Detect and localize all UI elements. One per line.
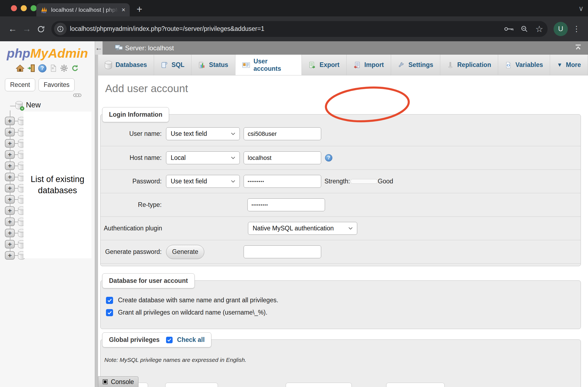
expand-plus-icon[interactable]: +	[5, 150, 15, 159]
url-text[interactable]: localhost/phpmyadmin/index.php?route=/se…	[70, 25, 497, 33]
navigation-sidebar: phpMyAdmin ?	[0, 41, 95, 387]
tab-settings[interactable]: Settings	[391, 55, 441, 75]
check-all-control: Check all	[166, 336, 205, 344]
create-database-checkbox[interactable]	[106, 297, 113, 304]
auth-plugin-select[interactable]: Native MySQL authentication	[248, 222, 357, 235]
reload-button[interactable]	[34, 25, 48, 33]
check-all-label[interactable]: Check all	[177, 336, 205, 344]
chevron-down-icon	[231, 133, 235, 135]
tab-variables[interactable]: Variables	[498, 55, 550, 75]
import-icon	[353, 61, 361, 69]
window-controls	[11, 5, 37, 11]
zoom-out-icon[interactable]	[521, 25, 528, 33]
tab-databases[interactable]: Databases	[98, 55, 154, 75]
bookmark-star-icon[interactable]: ☆	[535, 25, 543, 33]
tab-import[interactable]: Import	[347, 55, 391, 75]
generated-password-input[interactable]	[244, 245, 321, 258]
expand-plus-icon[interactable]: +	[5, 117, 15, 125]
browser-tabstrip: PMA localhost / localhost | phpMyA × + ∨	[0, 0, 588, 16]
tab-search-chevron-icon[interactable]: ∨	[578, 4, 584, 13]
global-privileges-fieldset: Global privileges Check all Note: MySQL …	[100, 339, 581, 387]
phpmyadmin-favicon: PMA	[41, 6, 48, 13]
expand-plus-icon[interactable]: +	[5, 195, 15, 204]
site-info-icon[interactable]	[54, 23, 67, 35]
breadcrumb: Server: localhost	[125, 44, 174, 52]
retype-row: Re-type:	[101, 193, 581, 217]
browser-toolbar: ← → localhost/phpmyadmin/index.php?route…	[0, 16, 588, 41]
expand-plus-icon[interactable]: +	[5, 251, 15, 260]
tab-replication[interactable]: Replication	[440, 55, 498, 75]
collapse-sidebar-button[interactable]: ←	[95, 41, 103, 55]
tab-export[interactable]: Export	[302, 55, 347, 75]
sql-icon	[161, 61, 168, 69]
grant-wildcard-checkbox[interactable]	[106, 309, 113, 316]
new-database-item[interactable]: + New	[16, 101, 41, 109]
server-breadcrumb-bar: Server: localhost	[103, 41, 588, 55]
browser-menu-icon[interactable]: ⋮	[573, 24, 580, 33]
user-name-row: User name: Use text field	[101, 115, 581, 146]
create-database-label[interactable]: Create database with same name and grant…	[118, 297, 278, 304]
retype-password-input[interactable]	[247, 198, 325, 211]
password-row: Password: Use text field Strength: Good	[101, 170, 581, 193]
chevron-down-icon	[231, 180, 235, 183]
address-bar[interactable]: localhost/phpmyadmin/index.php?route=/se…	[51, 21, 548, 37]
host-name-row: Host name: Local ?	[101, 146, 581, 170]
tab-sql[interactable]: SQL	[154, 55, 191, 75]
tree-row: +	[5, 251, 25, 260]
tree-row: +	[5, 218, 25, 226]
tree-row: +	[5, 184, 25, 192]
host-name-type-select[interactable]: Local	[166, 151, 240, 164]
generate-button[interactable]: Generate	[166, 245, 204, 259]
tab-more[interactable]: ▼ More	[550, 55, 588, 75]
console-button[interactable]: Console	[98, 376, 138, 387]
strength-value: Good	[378, 178, 393, 185]
tree-row: +	[5, 117, 25, 125]
retype-label: Re-type:	[104, 201, 162, 209]
expand-plus-icon[interactable]: +	[5, 240, 15, 248]
password-type-select[interactable]: Use text field	[166, 175, 240, 188]
server-icon	[115, 44, 123, 52]
expand-plus-icon[interactable]: +	[5, 128, 15, 136]
replication-icon	[447, 61, 454, 69]
host-help-icon[interactable]: ?	[325, 154, 332, 162]
check-all-checkbox[interactable]	[166, 337, 173, 343]
close-tab-icon[interactable]: ×	[122, 7, 125, 13]
new-tab-button[interactable]: +	[137, 4, 142, 15]
expand-plus-icon[interactable]: +	[5, 184, 15, 192]
close-window-button[interactable]	[11, 5, 17, 11]
minimize-window-button[interactable]	[21, 5, 27, 11]
expand-plus-icon[interactable]: +	[5, 173, 15, 181]
new-database-label[interactable]: New	[26, 101, 41, 109]
grant-wildcard-label[interactable]: Grant all privileges on wildcard name (u…	[118, 309, 267, 316]
server-tab-bar: Databases SQL Status	[98, 55, 588, 75]
back-button[interactable]: ←	[5, 24, 20, 34]
user-accounts-icon	[242, 61, 250, 69]
expand-plus-icon[interactable]: +	[5, 139, 15, 148]
tab-user-accounts[interactable]: User accounts	[235, 55, 302, 75]
maximize-window-button[interactable]	[31, 5, 37, 11]
expand-plus-icon[interactable]: +	[5, 218, 15, 226]
expand-plus-icon[interactable]: +	[5, 229, 15, 237]
status-icon	[198, 61, 205, 69]
tab-status[interactable]: Status	[191, 55, 235, 75]
generate-password-label: Generate password:	[104, 248, 162, 256]
password-key-icon[interactable]	[504, 26, 513, 32]
expand-plus-icon[interactable]: +	[5, 206, 15, 215]
panel-resize-divider[interactable]	[95, 41, 98, 387]
cutoff-legend-box	[165, 383, 218, 387]
tree-row: +	[5, 195, 25, 204]
password-input[interactable]	[244, 175, 321, 188]
expand-plus-icon[interactable]: +	[5, 162, 15, 170]
host-name-input[interactable]	[244, 151, 321, 164]
profile-avatar[interactable]: U	[554, 22, 568, 36]
tree-row: +	[5, 162, 25, 170]
wrench-icon	[398, 61, 405, 69]
user-name-input[interactable]	[244, 127, 321, 140]
database-tree: + New + + + + + + + + + + + + + List of …	[0, 41, 95, 387]
forward-button[interactable]: →	[20, 24, 34, 34]
user-name-type-select[interactable]: Use text field	[166, 127, 240, 140]
browser-tab[interactable]: PMA localhost / localhost | phpMyA ×	[36, 3, 130, 16]
global-privileges-title: Global privileges	[109, 336, 159, 344]
scroll-to-top-icon[interactable]	[574, 44, 582, 51]
privileges-note: Note: MySQL privilege names are expresse…	[104, 357, 581, 363]
